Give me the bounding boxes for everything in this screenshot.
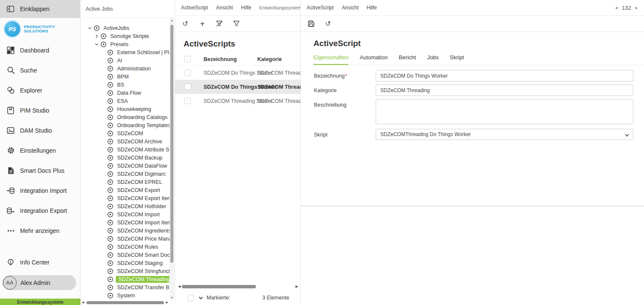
tree-item-sonstige-skripte[interactable]: Sonstige Skripte <box>80 32 170 40</box>
scroll-left-icon[interactable]: ◀ <box>82 301 84 304</box>
tree-item-housekeeping[interactable]: Housekeeping <box>80 105 170 113</box>
filter-icon[interactable] <box>232 20 241 28</box>
play-circle-icon <box>107 82 113 88</box>
menu-activescript[interactable]: ActiveScript <box>181 5 208 11</box>
sidebar-item-explorer[interactable]: Explorer <box>0 80 80 100</box>
tree-item-sdzecom-transfer-backup[interactable]: SDZeCOM Transfer Backup <box>80 283 170 291</box>
chevron-down-icon[interactable] <box>93 42 100 46</box>
tree-item-sdzecom-threading[interactable]: SDZeCOM Threading <box>80 275 170 283</box>
scroll-right-icon[interactable]: ▶ <box>166 301 168 304</box>
sidebar-item-integration-import[interactable]: Integration Import <box>0 180 80 200</box>
table-row[interactable]: SDZeCOM Do Things Starter SDZeCOM Thread… <box>175 66 300 80</box>
scroll-down-icon[interactable]: ▼ <box>170 295 174 300</box>
tree-item-system[interactable]: System <box>80 291 170 299</box>
table-row[interactable]: SDZeCOM Do Things Worker SDZeCOM Threadi… <box>175 80 300 94</box>
marked-checkbox[interactable] <box>187 295 194 301</box>
sidebar-item-smart-docs-plus[interactable]: Smart Docs Plus <box>0 160 80 180</box>
tree-item-sdzecom-stringfunctions[interactable]: SDZeCOM Stringfunctions <box>80 267 170 275</box>
tree-item-sdzecom-digimarc[interactable]: SDZeCOM Digimarc <box>80 170 170 178</box>
scroll-left-icon[interactable]: ◀ <box>178 285 181 288</box>
menu-activescript[interactable]: ActiveScript <box>307 5 334 11</box>
sidebar-item-label: Einstellungen <box>20 147 56 154</box>
beschreibung-field[interactable] <box>376 99 633 124</box>
tree-horizontal-scrollbar[interactable]: ◀ ▶ <box>80 300 170 305</box>
scroll-up-icon[interactable]: ▲ <box>170 18 174 23</box>
sidebar-item-suche[interactable]: Suche <box>0 60 80 80</box>
brand[interactable]: PS PRODUCTIVITY SOLUTIONS <box>0 18 80 40</box>
add-icon[interactable]: + <box>198 20 207 28</box>
tree-item-sdzecom-attribute-statistics[interactable]: SDZeCOM Attribute Statistics <box>80 145 170 154</box>
chevron-down-icon[interactable] <box>86 26 93 30</box>
kategorie-field[interactable] <box>376 84 633 96</box>
tab-bericht[interactable]: Bericht <box>399 54 416 65</box>
tree-item-data-flow[interactable]: Data Flow <box>80 89 170 97</box>
row-checkbox[interactable] <box>184 70 191 76</box>
pager-previous-icon[interactable]: ◀ <box>615 6 618 10</box>
tab-automation[interactable]: Automation <box>359 54 388 65</box>
scrollbar-thumb[interactable] <box>182 285 256 288</box>
chevron-right-icon[interactable] <box>93 34 100 38</box>
tree-item-ai[interactable]: AI <box>80 56 170 64</box>
tree-item-sdzecom-archive[interactable]: SDZeCOM Archive <box>80 137 170 145</box>
collapse-sidebar-button[interactable]: Einklappen <box>0 0 80 18</box>
tree-vertical-scrollbar[interactable]: ▲ ▼ <box>170 18 174 300</box>
sidebar-item-mehr-anzeigen[interactable]: Mehr anzeigen <box>0 221 80 241</box>
sidebar-item-info-center[interactable]: Info Center <box>0 255 80 270</box>
sidebar-item-integration-export[interactable]: Integration Export <box>0 200 80 221</box>
sidebar-item-dam-studio[interactable]: DAM Studio <box>0 120 80 140</box>
tab-jobs[interactable]: Jobs <box>427 54 439 65</box>
tree-item-sdzecom-rules[interactable]: SDZeCOM Rules <box>80 243 170 251</box>
scrollbar-thumb[interactable] <box>170 25 173 263</box>
sidebar-item-einstellungen[interactable]: Einstellungen <box>0 140 80 160</box>
chevron-down-icon[interactable] <box>198 295 204 301</box>
column-header-kategorie[interactable]: Kategorie <box>257 56 282 62</box>
menu-ansicht[interactable]: Ansicht <box>216 5 233 11</box>
bezeichnung-field[interactable] <box>376 70 633 81</box>
menu-hilfe[interactable]: Hilfe <box>241 5 251 11</box>
tree-item-bs[interactable]: BS <box>80 81 170 89</box>
scroll-right-icon[interactable]: ▶ <box>296 285 298 288</box>
tree-item-esa[interactable]: ESA <box>80 97 170 105</box>
skript-select[interactable]: SDZeCOMThreading Do Things Worker <box>376 129 633 140</box>
tree-item-sdzecom-import-item-sync[interactable]: SDZeCOM Import Item Sync <box>80 218 170 227</box>
tree-item-sdzecom-staging[interactable]: SDZeCOM Staging <box>80 259 170 267</box>
tree-item-sdzecom-export-item-sync[interactable]: SDZeCOM Export Item Sync <box>80 194 170 202</box>
row-checkbox[interactable] <box>184 84 191 90</box>
tree-item-sdzecom-backup[interactable]: SDZeCOM Backup <box>80 154 170 162</box>
tree-item-sdzecom-smart-docs[interactable]: SDZeCOM Smart Docs <box>80 251 170 259</box>
row-checkbox[interactable] <box>184 98 191 104</box>
tree-item-presets[interactable]: Presets <box>80 40 170 48</box>
tree-item-administration[interactable]: Administration <box>80 64 170 73</box>
tree-item-externe-schl-ssel-pim[interactable]: Externe Schlüssel | PIM <box>80 48 170 56</box>
tree-item-sdzecom-dataflow[interactable]: SDZeCOM DataFlow <box>80 162 170 170</box>
column-header-bezeichnung[interactable]: Bezeichnung <box>204 56 237 62</box>
tree-item-sdzecom-eprel[interactable]: SDZeCOM EPREL <box>80 178 170 186</box>
play-circle-icon <box>93 25 100 31</box>
menu-ansicht[interactable]: Ansicht <box>342 5 358 11</box>
save-icon[interactable] <box>307 20 315 28</box>
select-all-checkbox[interactable] <box>184 56 191 62</box>
table-row[interactable]: SDZeCOM Threading Starter SDZeCOM Thread… <box>175 94 300 108</box>
menu-hilfe[interactable]: Hilfe <box>367 5 377 11</box>
tree-item-sdzecom-import[interactable]: SDZeCOM Import <box>80 210 170 218</box>
pager-next-icon[interactable]: ▶ <box>635 6 638 10</box>
refresh-icon[interactable]: ↺ <box>324 20 332 28</box>
tab-skript[interactable]: Skript <box>450 54 464 65</box>
sidebar-item-pim-studio[interactable]: PIM Studio <box>0 100 80 120</box>
tree-item-bpm[interactable]: BPM <box>80 73 170 81</box>
tree-item-sdzecom-price-management[interactable]: SDZeCOM Price Management <box>80 235 170 243</box>
tree-item-onboarding-catalogs[interactable]: Onboarding Catalogs <box>80 113 170 121</box>
tree-item-sdzecom[interactable]: SDZeCOM <box>80 129 170 137</box>
list-horizontal-scrollbar[interactable]: ◀ ▶ <box>175 284 300 290</box>
tree-item-activejobs[interactable]: ActiveJobs <box>80 24 170 32</box>
tree-item-sdzecom-hotfolder[interactable]: SDZeCOM Hotfolder <box>80 202 170 210</box>
refresh-icon[interactable]: ↺ <box>181 20 190 28</box>
tree-item-onboarding-templates[interactable]: Onboarding Templates <box>80 121 170 129</box>
tree-item-sdzecom-export[interactable]: SDZeCOM Export <box>80 186 170 194</box>
scrollbar-thumb[interactable] <box>86 301 164 304</box>
user-menu[interactable]: AA Alex Admin <box>2 275 76 290</box>
filter-clear-icon[interactable] <box>215 20 224 28</box>
sidebar-item-dashboard[interactable]: Dashboard <box>0 40 80 60</box>
tab-eigenschaften[interactable]: Eigenschaften <box>313 54 348 65</box>
tree-item-sdzecom-ingredients[interactable]: SDZeCOM Ingredients <box>80 227 170 235</box>
